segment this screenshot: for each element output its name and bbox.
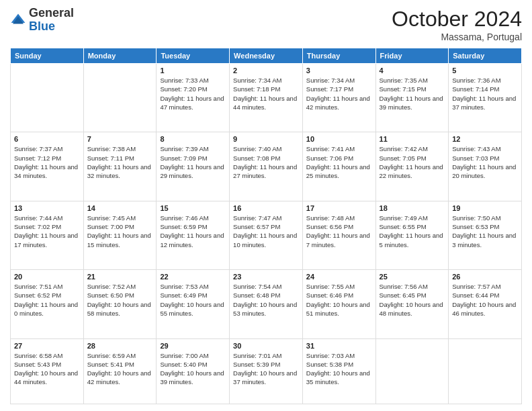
day-info: Sunrise: 7:34 AMSunset: 7:17 PMDaylight:… [306, 76, 372, 111]
day-info: Sunrise: 7:53 AMSunset: 6:49 PMDaylight:… [160, 282, 226, 318]
table-row: 18Sunrise: 7:49 AMSunset: 6:55 PMDayligh… [375, 201, 449, 269]
calendar-week-row: 13Sunrise: 7:44 AMSunset: 7:02 PMDayligh… [11, 201, 522, 269]
day-number: 17 [306, 204, 372, 212]
header-monday: Monday [83, 48, 157, 64]
table-row: 7Sunrise: 7:38 AMSunset: 7:11 PMDaylight… [83, 132, 157, 201]
day-number: 21 [87, 273, 153, 281]
day-number: 25 [380, 273, 445, 281]
day-info: Sunrise: 7:45 AMSunset: 7:00 PMDaylight:… [87, 214, 153, 249]
calendar-table: Sunday Monday Tuesday Wednesday Thursday… [10, 48, 522, 404]
table-row: 25Sunrise: 7:56 AMSunset: 6:45 PMDayligh… [375, 270, 449, 338]
table-row: 12Sunrise: 7:43 AMSunset: 7:03 PMDayligh… [449, 132, 522, 201]
calendar-week-row: 1Sunrise: 7:33 AMSunset: 7:20 PMDaylight… [11, 64, 522, 132]
logo: General Blue [10, 7, 74, 34]
day-number: 30 [233, 342, 299, 350]
calendar-week-row: 6Sunrise: 7:37 AMSunset: 7:12 PMDaylight… [11, 132, 522, 201]
calendar-week-row: 27Sunrise: 6:58 AMSunset: 5:43 PMDayligh… [11, 338, 522, 404]
day-number: 6 [14, 135, 80, 143]
day-number: 29 [160, 342, 226, 350]
table-row: 13Sunrise: 7:44 AMSunset: 7:02 PMDayligh… [11, 201, 84, 269]
day-number: 22 [160, 273, 226, 281]
table-row: 3Sunrise: 7:34 AMSunset: 7:17 PMDaylight… [302, 64, 375, 132]
location: Massama, Portugal [392, 32, 522, 42]
table-row: 30Sunrise: 7:01 AMSunset: 5:39 PMDayligh… [230, 338, 303, 404]
table-row [83, 64, 157, 132]
table-row: 26Sunrise: 7:57 AMSunset: 6:44 PMDayligh… [449, 270, 522, 338]
day-info: Sunrise: 7:51 AMSunset: 6:52 PMDaylight:… [14, 282, 80, 318]
day-info: Sunrise: 7:34 AMSunset: 7:18 PMDaylight:… [233, 76, 299, 111]
day-info: Sunrise: 7:44 AMSunset: 7:02 PMDaylight:… [14, 214, 80, 249]
day-info: Sunrise: 7:46 AMSunset: 6:59 PMDaylight:… [160, 214, 226, 249]
day-info: Sunrise: 7:37 AMSunset: 7:12 PMDaylight:… [14, 144, 80, 180]
logo-blue-text: Blue [29, 19, 55, 33]
table-row [375, 338, 449, 404]
day-info: Sunrise: 7:01 AMSunset: 5:39 PMDaylight:… [233, 351, 299, 387]
day-number: 24 [306, 273, 372, 281]
table-row: 1Sunrise: 7:33 AMSunset: 7:20 PMDaylight… [157, 64, 230, 132]
day-info: Sunrise: 7:33 AMSunset: 7:20 PMDaylight:… [160, 76, 226, 111]
header-friday: Friday [375, 48, 449, 64]
day-number: 5 [452, 66, 518, 75]
day-number: 3 [306, 66, 372, 75]
header-sunday: Sunday [11, 48, 84, 64]
day-info: Sunrise: 7:48 AMSunset: 6:56 PMDaylight:… [306, 214, 372, 249]
day-number: 16 [233, 204, 299, 212]
calendar-week-row: 20Sunrise: 7:51 AMSunset: 6:52 PMDayligh… [11, 270, 522, 338]
header-wednesday: Wednesday [230, 48, 303, 64]
table-row [11, 64, 84, 132]
day-info: Sunrise: 7:50 AMSunset: 6:53 PMDaylight:… [452, 214, 518, 249]
day-info: Sunrise: 7:38 AMSunset: 7:11 PMDaylight:… [87, 144, 153, 180]
day-info: Sunrise: 7:54 AMSunset: 6:48 PMDaylight:… [233, 282, 299, 318]
logo-general-text: General [29, 6, 74, 19]
day-number: 14 [87, 204, 153, 212]
header: General Blue October 2024 Massama, Portu… [10, 7, 522, 42]
day-number: 9 [233, 135, 299, 143]
days-header-row: Sunday Monday Tuesday Wednesday Thursday… [11, 48, 522, 64]
day-number: 18 [380, 204, 445, 212]
day-number: 27 [14, 342, 80, 350]
day-info: Sunrise: 7:52 AMSunset: 6:50 PMDaylight:… [87, 282, 153, 318]
day-number: 7 [87, 135, 153, 143]
day-number: 19 [452, 204, 518, 212]
table-row [449, 338, 522, 404]
table-row: 19Sunrise: 7:50 AMSunset: 6:53 PMDayligh… [449, 201, 522, 269]
table-row: 16Sunrise: 7:47 AMSunset: 6:57 PMDayligh… [230, 201, 303, 269]
table-row: 8Sunrise: 7:39 AMSunset: 7:09 PMDaylight… [157, 132, 230, 201]
day-info: Sunrise: 7:39 AMSunset: 7:09 PMDaylight:… [160, 144, 226, 180]
table-row: 28Sunrise: 6:59 AMSunset: 5:41 PMDayligh… [83, 338, 157, 404]
day-number: 4 [380, 66, 445, 75]
day-info: Sunrise: 7:40 AMSunset: 7:08 PMDaylight:… [233, 144, 299, 180]
day-number: 13 [14, 204, 80, 212]
day-number: 20 [14, 273, 80, 281]
calendar-page: General Blue October 2024 Massama, Portu… [0, 0, 532, 411]
day-info: Sunrise: 7:35 AMSunset: 7:15 PMDaylight:… [380, 76, 445, 111]
table-row: 31Sunrise: 7:03 AMSunset: 5:38 PMDayligh… [302, 338, 375, 404]
table-row: 5Sunrise: 7:36 AMSunset: 7:14 PMDaylight… [449, 64, 522, 132]
day-info: Sunrise: 7:03 AMSunset: 5:38 PMDaylight:… [306, 351, 372, 387]
day-info: Sunrise: 6:59 AMSunset: 5:41 PMDaylight:… [87, 351, 153, 387]
table-row: 20Sunrise: 7:51 AMSunset: 6:52 PMDayligh… [11, 270, 84, 338]
day-number: 12 [452, 135, 518, 143]
day-info: Sunrise: 7:41 AMSunset: 7:06 PMDaylight:… [306, 144, 372, 180]
table-row: 15Sunrise: 7:46 AMSunset: 6:59 PMDayligh… [157, 201, 230, 269]
day-number: 1 [160, 66, 226, 75]
table-row: 22Sunrise: 7:53 AMSunset: 6:49 PMDayligh… [157, 270, 230, 338]
day-info: Sunrise: 7:57 AMSunset: 6:44 PMDaylight:… [452, 282, 518, 318]
day-number: 28 [87, 342, 153, 350]
table-row: 2Sunrise: 7:34 AMSunset: 7:18 PMDaylight… [230, 64, 303, 132]
day-number: 23 [233, 273, 299, 281]
table-row: 9Sunrise: 7:40 AMSunset: 7:08 PMDaylight… [230, 132, 303, 201]
title-area: October 2024 Massama, Portugal [392, 7, 522, 42]
day-number: 15 [160, 204, 226, 212]
day-number: 10 [306, 135, 372, 143]
header-saturday: Saturday [449, 48, 522, 64]
day-info: Sunrise: 7:56 AMSunset: 6:45 PMDaylight:… [380, 282, 445, 318]
day-info: Sunrise: 7:55 AMSunset: 6:46 PMDaylight:… [306, 282, 372, 318]
day-info: Sunrise: 7:42 AMSunset: 7:05 PMDaylight:… [380, 144, 445, 180]
table-row: 24Sunrise: 7:55 AMSunset: 6:46 PMDayligh… [302, 270, 375, 338]
day-info: Sunrise: 7:36 AMSunset: 7:14 PMDaylight:… [452, 76, 518, 111]
table-row: 14Sunrise: 7:45 AMSunset: 7:00 PMDayligh… [83, 201, 157, 269]
table-row: 21Sunrise: 7:52 AMSunset: 6:50 PMDayligh… [83, 270, 157, 338]
day-number: 31 [306, 342, 372, 350]
table-row: 17Sunrise: 7:48 AMSunset: 6:56 PMDayligh… [302, 201, 375, 269]
